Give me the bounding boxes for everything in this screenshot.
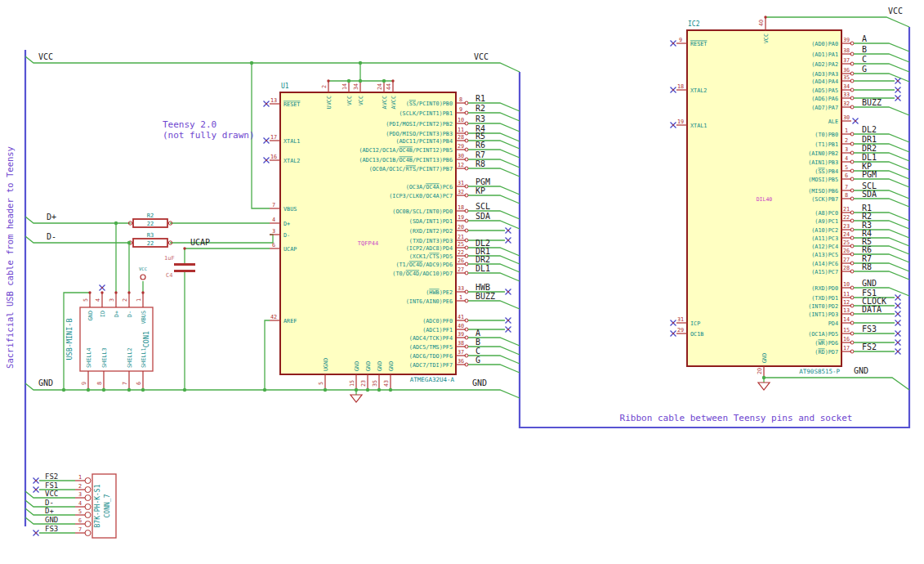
u1-pin-name: (T1/OC4D/ADC9)PD6 bbox=[395, 262, 453, 268]
net-label-vcc: VCC bbox=[38, 52, 53, 61]
ic2-pin-number: 17 bbox=[843, 345, 850, 351]
u1-pin-number: 11 bbox=[458, 127, 464, 133]
ic2-pin-name: (AD3)PA3 bbox=[811, 71, 838, 78]
u1-pin-name: (OC3A/OC4A)PC6 bbox=[406, 184, 453, 190]
ic2-pin-number: 32 bbox=[843, 101, 850, 107]
u1-pin-number: 17 bbox=[270, 134, 277, 141]
u1-pin-name: (TXD/INT3)PD3 bbox=[409, 238, 453, 244]
no-connect-icon bbox=[506, 228, 511, 234]
pin-connection-dot bbox=[100, 291, 103, 293]
r2-ref: R2 bbox=[147, 213, 154, 219]
ic2-pin-name: (MISO)PB6 bbox=[808, 188, 838, 195]
u1-pin-number: 34 bbox=[353, 83, 359, 90]
net-label-r6: R6 bbox=[862, 245, 872, 254]
con1-pin-name: SHELL3 bbox=[101, 347, 108, 368]
u1-pin-name: UVCC bbox=[326, 96, 333, 109]
u1-value: ATMEGA32U4-A bbox=[410, 376, 455, 383]
junction-dot bbox=[263, 388, 266, 392]
u1-pin-number: 16 bbox=[270, 154, 277, 160]
net-label-c: C bbox=[475, 347, 480, 356]
con1-pin-number: 3 bbox=[109, 298, 115, 302]
net-label-pgm: PGM bbox=[475, 177, 490, 186]
con1-pin-name: SHELL1 bbox=[141, 347, 147, 368]
u1-pin-name: (PDO/MISO/PCINT3)PB3 bbox=[386, 131, 453, 137]
con1-pin-name: SHELL2 bbox=[127, 347, 133, 368]
u1-pin-name: (OC0B/SCL/INT0)PD0 bbox=[392, 208, 453, 215]
ic2-pin-number: 34 bbox=[843, 83, 850, 90]
capacitor-c4-body[interactable] bbox=[174, 263, 195, 272]
u1-pin-number: 20 bbox=[458, 224, 464, 231]
no-connect-icon bbox=[33, 530, 39, 536]
u1-pin-number: 15 bbox=[349, 380, 355, 387]
no-connect-icon bbox=[33, 478, 39, 484]
no-connect-icon bbox=[100, 285, 105, 291]
ic2-pin-name: RESET bbox=[690, 41, 707, 47]
con1-pin-name: D+ bbox=[114, 311, 120, 317]
u1-pin-number: 5 bbox=[318, 382, 324, 385]
no-connect-icon bbox=[671, 87, 676, 93]
net-label-pgm: PGM bbox=[862, 170, 877, 179]
u1-pin-number: 18 bbox=[458, 204, 464, 211]
u1-pin-number: 8 bbox=[459, 96, 462, 103]
ic2-pin-number: 40 bbox=[758, 20, 765, 26]
net-label-sda: SDA bbox=[475, 212, 490, 221]
net-label-r7: R7 bbox=[475, 150, 485, 159]
u1-pin-number: 33 bbox=[458, 285, 464, 292]
junction-dot bbox=[127, 388, 131, 392]
ic2-pin-name: (A9)PC1 bbox=[815, 218, 838, 225]
u1-pin-name: (ADC12/OC1A/OC4B/PCINT12)PB5 bbox=[359, 147, 453, 154]
net-label-b: B bbox=[862, 45, 867, 54]
ic2-pin-name: VCC bbox=[763, 34, 770, 43]
ic2-pin-number: 38 bbox=[843, 47, 850, 54]
no-connect-icon bbox=[506, 327, 511, 333]
u1-pin-number: 40 bbox=[458, 323, 464, 329]
wire bbox=[185, 248, 270, 263]
ic2-pin-name: (A13)PC5 bbox=[811, 252, 838, 258]
net-label-dr2: DR2 bbox=[475, 255, 490, 264]
u1-pin-name: AVCC bbox=[382, 96, 388, 109]
u1-pin-name: (ADC4/TCK)PF4 bbox=[409, 335, 453, 342]
u1-pin-number: 4 bbox=[272, 217, 275, 223]
u1-pin-number: 24 bbox=[377, 83, 383, 90]
u1-pin-name: (ICP2/ADC8)PD4 bbox=[406, 245, 453, 252]
u1-pin-number: 21 bbox=[458, 234, 464, 240]
pin-connection-dot bbox=[88, 291, 91, 293]
net-label-r5: R5 bbox=[475, 132, 485, 141]
note-teensy: Teensy 2.0 bbox=[163, 119, 216, 130]
net-label-g: G bbox=[475, 356, 480, 365]
no-connect-icon bbox=[895, 78, 901, 84]
u1-pin-name: (XCK1/CTS)PD5 bbox=[409, 253, 453, 260]
net-label-r6: R6 bbox=[475, 141, 485, 150]
net-label-a: A bbox=[475, 329, 480, 338]
net-label-kp: KP bbox=[475, 186, 485, 195]
u1-pin-number: 26 bbox=[458, 257, 464, 264]
no-connect-icon bbox=[506, 318, 511, 324]
ic2-footprint: DIL40 bbox=[757, 196, 773, 203]
u1-pin-number: 7 bbox=[272, 202, 275, 208]
junction-dot bbox=[114, 222, 118, 225]
junction-dot bbox=[359, 61, 362, 65]
ic2-pin-number: 25 bbox=[843, 239, 850, 246]
ic2-pin-number: 39 bbox=[843, 37, 850, 43]
note-ribbon-cable: Ribbon cable between Teensy pins and soc… bbox=[620, 413, 853, 423]
pin-connection-dot bbox=[764, 16, 766, 18]
u1-pin-name: (ICP3/CLK0/OC4A)PC7 bbox=[389, 193, 453, 199]
ic2-pin-name: XTAL2 bbox=[690, 87, 707, 94]
ic2-pin-name: (A11)PC3 bbox=[811, 235, 838, 242]
net-label-gnd: GND bbox=[45, 516, 58, 524]
pin-end-circle bbox=[85, 487, 91, 493]
u1-pin-name: (ADC11/PCINT4)PB4 bbox=[395, 138, 453, 145]
u1-pin-number: 37 bbox=[458, 349, 464, 356]
net-label-r8: R8 bbox=[475, 159, 485, 168]
u1-pin-number: 30 bbox=[458, 153, 464, 159]
no-connect-icon bbox=[853, 119, 859, 124]
wire bbox=[468, 273, 520, 281]
ic2-pin-number: 1 bbox=[845, 128, 848, 134]
con1-pin-name: GND bbox=[87, 311, 94, 320]
ic2-pin-name: ICP bbox=[690, 320, 700, 327]
ic2-pin-name: (RXD)PD0 bbox=[811, 285, 838, 292]
ic2-pin-number: 13 bbox=[843, 307, 850, 314]
u1-pin-number: 3 bbox=[272, 228, 275, 235]
ic2-pin-number: 33 bbox=[843, 92, 850, 98]
u1-pin-name: (ADC7/TDI)PF7 bbox=[409, 362, 453, 369]
